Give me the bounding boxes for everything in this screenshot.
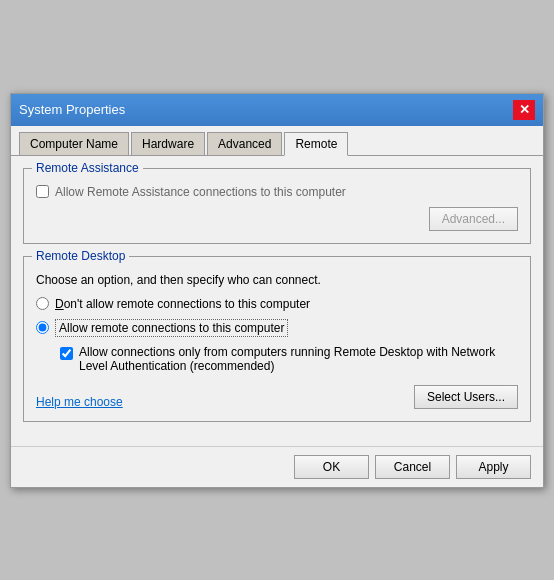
cancel-button[interactable]: Cancel	[375, 455, 450, 479]
select-users-button[interactable]: Select Users...	[414, 385, 518, 409]
option2-row: Allow remote connections to this compute…	[36, 319, 518, 337]
tab-advanced[interactable]: Advanced	[207, 132, 282, 155]
remote-assistance-checkbox[interactable]	[36, 185, 49, 198]
tab-bar: Computer Name Hardware Advanced Remote	[11, 126, 543, 156]
remote-desktop-description: Choose an option, and then specify who c…	[36, 273, 518, 287]
option1-row: Don't allow remote connections to this c…	[36, 297, 518, 311]
remote-assistance-group: Remote Assistance Allow Remote Assistanc…	[23, 168, 531, 244]
close-button[interactable]: ✕	[513, 100, 535, 120]
tab-hardware[interactable]: Hardware	[131, 132, 205, 155]
allow-remote-label-text: Allow remote connections to this compute…	[59, 321, 284, 335]
apply-button[interactable]: Apply	[456, 455, 531, 479]
tab-content: Remote Assistance Allow Remote Assistanc…	[11, 156, 543, 446]
nla-row: Allow connections only from computers ru…	[60, 345, 518, 373]
no-remote-radio[interactable]	[36, 297, 49, 310]
nla-label: Allow connections only from computers ru…	[79, 345, 518, 373]
title-bar: System Properties ✕	[11, 94, 543, 126]
allow-remote-label: Allow remote connections to this compute…	[55, 319, 288, 337]
remote-assistance-label: Remote Assistance	[32, 161, 143, 175]
help-select-row: Help me choose Select Users...	[36, 385, 518, 409]
help-me-choose-link[interactable]: Help me choose	[36, 395, 123, 409]
tab-computer-name[interactable]: Computer Name	[19, 132, 129, 155]
window-title: System Properties	[19, 102, 125, 117]
nla-checkbox[interactable]	[60, 347, 73, 360]
remote-desktop-label: Remote Desktop	[32, 249, 129, 263]
no-remote-label: Don't allow remote connections to this c…	[55, 297, 310, 311]
remote-assistance-checkbox-label: Allow Remote Assistance connections to t…	[55, 185, 346, 199]
ok-button[interactable]: OK	[294, 455, 369, 479]
tab-remote[interactable]: Remote	[284, 132, 348, 156]
allow-remote-radio[interactable]	[36, 321, 49, 334]
remote-desktop-group: Remote Desktop Choose an option, and the…	[23, 256, 531, 422]
system-properties-window: System Properties ✕ Computer Name Hardwa…	[10, 93, 544, 488]
remote-assistance-advanced-button[interactable]: Advanced...	[429, 207, 518, 231]
footer: OK Cancel Apply	[11, 446, 543, 487]
